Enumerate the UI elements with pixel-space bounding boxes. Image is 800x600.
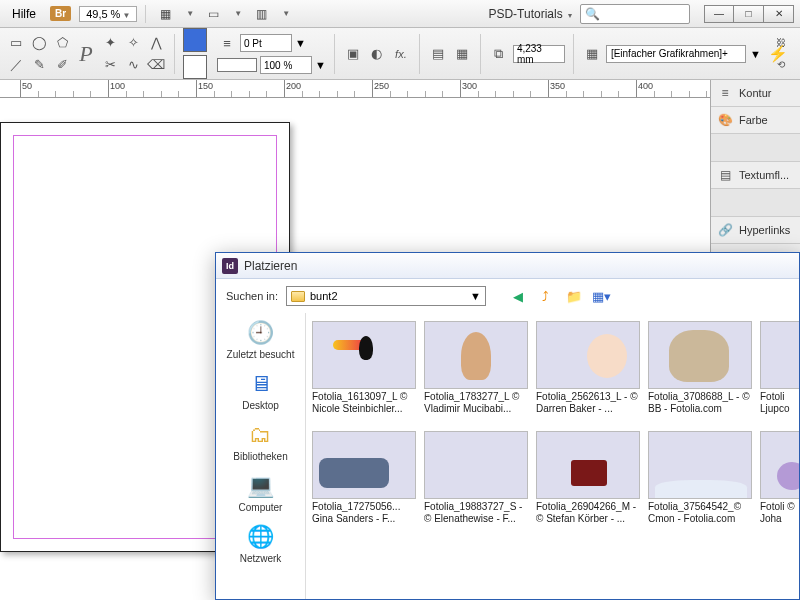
feather-icon[interactable]: ◐ [367, 44, 387, 64]
file-thumbnail [312, 321, 416, 389]
text-wrap-left-icon[interactable]: ▤ [428, 44, 448, 64]
file-item[interactable]: Fotoli Ljupco [760, 321, 799, 417]
stroke-weight-input[interactable]: 0 Pt [240, 34, 292, 52]
fx-icon[interactable]: fx. [391, 44, 411, 64]
scissors-icon[interactable]: ✂ [100, 55, 120, 75]
minimize-button[interactable]: — [704, 5, 734, 23]
file-caption: Fotolia_26904266_M - © Stefan Körber - .… [536, 501, 640, 527]
hyperlink-panel-icon: 🔗 [717, 223, 733, 237]
pen-tool-icon[interactable]: ✎ [29, 55, 49, 75]
zoom-level[interactable]: 49,5 %▼ [79, 6, 137, 22]
place-label: Zuletzt besucht [227, 349, 295, 360]
file-thumbnail [312, 431, 416, 499]
stroke-color-swatch[interactable] [183, 55, 207, 79]
search-input[interactable]: 🔍 [580, 4, 690, 24]
drop-shadow-icon[interactable]: ▣ [343, 44, 363, 64]
anchor-add-icon[interactable]: ✦ [100, 33, 120, 53]
search-icon: 🔍 [585, 7, 600, 21]
bridge-badge[interactable]: Br [50, 6, 71, 21]
chevron-down-icon: ▼ [470, 290, 481, 302]
options-toolbar: ▭ ◯ ⬠ ／ ✎ ✐ P ✦ ✧ ⋀ ✂ ∿ ⌫ ≡ 0 Pt ▼ [0, 28, 800, 80]
place-recent[interactable]: 🕘Zuletzt besucht [227, 319, 295, 360]
menu-help[interactable]: Hilfe [6, 5, 42, 23]
place-label: Bibliotheken [233, 451, 287, 462]
panel-farbe[interactable]: 🎨Farbe [711, 107, 800, 134]
stroke-weight-icon: ≡ [217, 33, 237, 53]
file-grid: Fotolia_1613097_L © Nicole Steinbichler.… [306, 313, 799, 599]
folder-select[interactable]: bunt2 ▼ [286, 286, 486, 306]
desktop-icon: 🖥 [244, 370, 278, 398]
stroke-style-select[interactable] [217, 58, 257, 72]
anchor-del-icon[interactable]: ✧ [123, 33, 143, 53]
place-network[interactable]: 🌐Netzwerk [240, 523, 282, 564]
file-item[interactable]: Fotoli © Joha [760, 431, 799, 527]
place-desktop[interactable]: 🖥Desktop [242, 370, 279, 411]
file-item[interactable]: Fotolia_1783277_L © Vladimir Mucibabi... [424, 321, 528, 417]
object-style-select[interactable]: [Einfacher Grafikrahmen]+ [606, 45, 746, 63]
arrange-icon[interactable]: ▥ [250, 4, 272, 24]
dialog-toolbar: Suchen in: bunt2 ▼ ◀ ⤴ 📁 ▦▾ [216, 279, 799, 313]
opacity-input[interactable]: 100 % [260, 56, 312, 74]
fill-color-swatch[interactable] [183, 28, 207, 52]
file-item[interactable]: Fotolia_3708688_L - © BB - Fotolia.com [648, 321, 752, 417]
workspace-label[interactable]: PSD-Tutorials ▾ [488, 7, 572, 21]
panel-kontur[interactable]: ≡Kontur [711, 80, 800, 107]
file-item[interactable]: Fotolia_37564542_© Cmon - Fotolia.com [648, 431, 752, 527]
polygon-tool-icon[interactable]: ⬠ [52, 33, 72, 53]
ruler-tick-label: 100 [110, 81, 125, 91]
convert-point-icon[interactable]: ⋀ [146, 33, 166, 53]
separator [419, 34, 420, 74]
frame-grid-icon[interactable]: ▦ [582, 44, 602, 64]
file-item[interactable]: Fotolia_19883727_S - © Elenathewise - F.… [424, 431, 528, 527]
indesign-icon: Id [222, 258, 238, 274]
file-item[interactable]: Fotolia_17275056... Gina Sanders - F... [312, 431, 416, 527]
line-tool-icon[interactable]: ／ [6, 55, 26, 75]
file-item[interactable]: Fotolia_2562613_L - © Darren Baker - ... [536, 321, 640, 417]
maximize-button[interactable]: □ [734, 5, 764, 23]
text-wrap-right-icon[interactable]: ▦ [452, 44, 472, 64]
file-caption: Fotolia_1783277_L © Vladimir Mucibabi... [424, 391, 528, 417]
chevron-down-icon: ▾ [568, 11, 572, 20]
up-button[interactable]: ⤴ [536, 286, 556, 306]
back-button[interactable]: ◀ [508, 286, 528, 306]
crop-icon[interactable]: ⧉ [489, 44, 509, 64]
pencil-tool-icon[interactable]: ✐ [52, 55, 72, 75]
rect-tool-icon[interactable]: ▭ [6, 33, 26, 53]
chevron-down-icon[interactable]: ▼ [295, 37, 306, 49]
file-thumbnail [760, 321, 799, 389]
file-item[interactable]: Fotolia_1613097_L © Nicole Steinbichler.… [312, 321, 416, 417]
size-input[interactable]: 4,233 mm [513, 45, 565, 63]
separator [174, 34, 175, 74]
window-controls: — □ ✕ [704, 5, 794, 23]
chevron-down-icon[interactable]: ▼ [750, 48, 761, 60]
separator [334, 34, 335, 74]
smooth-icon[interactable]: ∿ [123, 55, 143, 75]
file-item[interactable]: Fotolia_26904266_M - © Stefan Körber - .… [536, 431, 640, 527]
flash-icon[interactable]: ⚡ [768, 44, 788, 63]
erase-icon[interactable]: ⌫ [146, 55, 166, 75]
close-button[interactable]: ✕ [764, 5, 794, 23]
ruler-tick-label: 300 [462, 81, 477, 91]
type-on-path-icon[interactable]: P [76, 44, 96, 64]
ruler-tick-label: 200 [286, 81, 301, 91]
panel-hyperlinks[interactable]: 🔗Hyperlinks [711, 217, 800, 244]
places-sidebar: 🕘Zuletzt besucht 🖥Desktop 🗂Bibliotheken … [216, 313, 306, 599]
ellipse-tool-icon[interactable]: ◯ [29, 33, 49, 53]
separator [573, 34, 574, 74]
file-caption: Fotoli © Joha [760, 501, 799, 527]
screen-mode-icon[interactable]: ▭ [202, 4, 224, 24]
new-folder-button[interactable]: 📁 [564, 286, 584, 306]
separator [145, 5, 146, 23]
app-menubar: Hilfe Br 49,5 %▼ ▦▼ ▭▼ ▥▼ PSD-Tutorials … [0, 0, 800, 28]
panel-gap [711, 134, 800, 162]
view-mode-icon[interactable]: ▦ [154, 4, 176, 24]
zoom-text: 49,5 % [86, 8, 120, 20]
dialog-titlebar[interactable]: Id Platzieren [216, 253, 799, 279]
file-caption: Fotolia_2562613_L - © Darren Baker - ... [536, 391, 640, 417]
file-caption: Fotolia_17275056... Gina Sanders - F... [312, 501, 416, 527]
place-libraries[interactable]: 🗂Bibliotheken [233, 421, 287, 462]
place-computer[interactable]: 💻Computer [239, 472, 283, 513]
view-menu-button[interactable]: ▦▾ [592, 286, 612, 306]
panel-textwrap[interactable]: ▤Textumfl... [711, 162, 800, 189]
chevron-down-icon[interactable]: ▼ [315, 59, 326, 71]
